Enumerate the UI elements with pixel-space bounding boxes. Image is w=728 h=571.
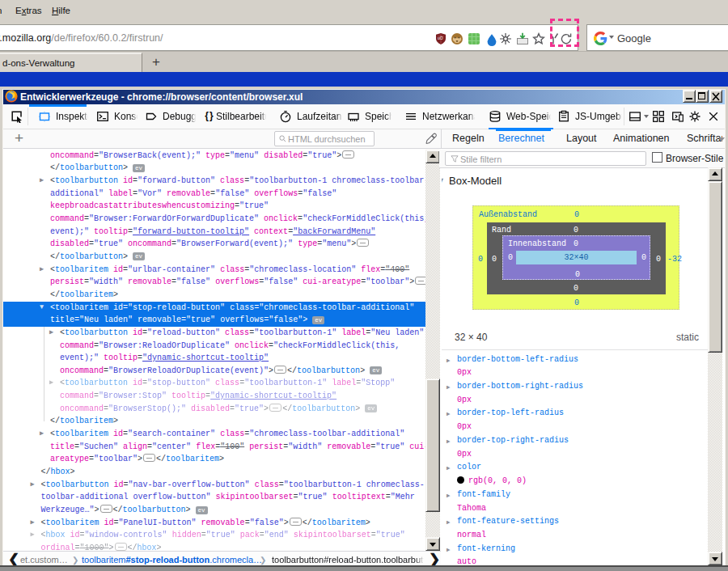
svg-text:uO: uO — [438, 36, 443, 40]
